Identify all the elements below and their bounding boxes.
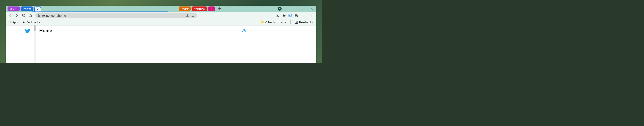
- puzzle-icon: [282, 13, 286, 17]
- forward-button[interactable]: [14, 12, 20, 18]
- window-controls: [288, 6, 316, 12]
- svg-rect-1: [38, 15, 40, 17]
- other-bookmarks-label: Other bookmarks: [265, 21, 286, 24]
- home-button[interactable]: [28, 12, 33, 18]
- star-filled-icon: [22, 21, 25, 24]
- svg-point-4: [312, 15, 312, 16]
- minimize-button[interactable]: [288, 6, 297, 12]
- tab-active[interactable]: ✕: [34, 6, 41, 12]
- apps-label: Apps: [12, 21, 18, 24]
- tab-label: YouTube: [194, 7, 204, 10]
- reload-button[interactable]: [21, 12, 26, 18]
- menu-button[interactable]: [309, 13, 315, 18]
- svg-point-3: [312, 14, 312, 15]
- apps-grid-icon: [8, 21, 11, 23]
- close-window-button[interactable]: [307, 6, 316, 12]
- address-bar[interactable]: twitter.com/home: [35, 12, 197, 18]
- scrollbar[interactable]: [34, 25, 36, 63]
- maximize-icon: [301, 8, 303, 10]
- folder-icon: [261, 21, 264, 23]
- reading-list[interactable]: Reading list: [294, 20, 314, 24]
- close-icon: [310, 8, 313, 10]
- new-tab-button[interactable]: [217, 6, 222, 11]
- music-note-icon: [294, 13, 298, 17]
- install-icon[interactable]: [186, 14, 189, 17]
- twitter-nav-column: [6, 25, 34, 63]
- kebab-icon: [310, 14, 314, 17]
- tab-bp[interactable]: BP: [208, 6, 215, 11]
- tab-reddit[interactable]: Reddit: [179, 6, 191, 11]
- other-bookmarks[interactable]: Other bookmarks: [260, 20, 287, 24]
- active-tab-underline: [32, 11, 168, 12]
- back-button[interactable]: [7, 12, 13, 18]
- extensions-button[interactable]: [281, 13, 287, 18]
- maximize-button[interactable]: [297, 6, 307, 12]
- svg-rect-0: [301, 8, 303, 10]
- tab-search-button[interactable]: [278, 7, 282, 11]
- lock-icon: [38, 14, 40, 17]
- pocket-extension[interactable]: [275, 13, 280, 18]
- twitter-right-column: [252, 25, 316, 63]
- tab-label: BP: [210, 7, 213, 10]
- twitter-logo-icon[interactable]: [25, 28, 30, 34]
- browser-window: MSPU Twitter ✕ Reddit YouTube BP: [6, 6, 316, 63]
- bookmarks-label: Bookmarks: [26, 21, 40, 24]
- tab-label: Reddit: [181, 7, 189, 10]
- apps-shortcut[interactable]: Apps: [8, 20, 20, 24]
- tab-mspu[interactable]: MSPU: [8, 6, 20, 11]
- tab-strip: MSPU Twitter ✕ Reddit YouTube BP: [6, 6, 316, 12]
- plus-icon: [218, 7, 221, 10]
- close-tab-icon[interactable]: ✕: [36, 8, 39, 11]
- tab-youtube[interactable]: YouTube: [192, 6, 207, 11]
- arrow-left-icon: [8, 13, 12, 17]
- tab-twitter[interactable]: Twitter: [21, 6, 33, 11]
- cast-icon: [288, 13, 292, 17]
- svg-point-5: [312, 16, 312, 17]
- desktop-background: MSPU Twitter ✕ Reddit YouTube BP: [0, 0, 322, 63]
- bookmark-star-icon[interactable]: [191, 14, 195, 17]
- media-control-button[interactable]: [294, 13, 299, 18]
- toolbar: twitter.com/home: [6, 12, 316, 19]
- page-content: Home: [6, 25, 316, 63]
- reload-icon: [22, 13, 26, 17]
- tab-label: MSPU: [10, 7, 18, 10]
- cast-button[interactable]: [288, 13, 293, 18]
- page-heading: Home: [39, 28, 52, 33]
- url-text: twitter.com/home: [42, 14, 184, 17]
- divider: [257, 20, 257, 24]
- tab-label: Twitter: [23, 7, 31, 10]
- home-icon: [28, 13, 32, 17]
- bookmarks-bar: Apps Bookmarks Other bookmarks Reading l…: [6, 19, 316, 25]
- scrollbar-thumb[interactable]: [34, 25, 36, 31]
- arrow-right-icon: [15, 13, 19, 17]
- twitter-main-column: Home: [36, 25, 252, 63]
- reading-list-label: Reading list: [299, 21, 314, 24]
- bookmarks-folder[interactable]: Bookmarks: [22, 20, 41, 24]
- pocket-icon: [276, 13, 280, 17]
- sparkle-icon[interactable]: [242, 28, 246, 33]
- reading-list-icon: [295, 21, 298, 24]
- minimize-icon: [291, 8, 294, 10]
